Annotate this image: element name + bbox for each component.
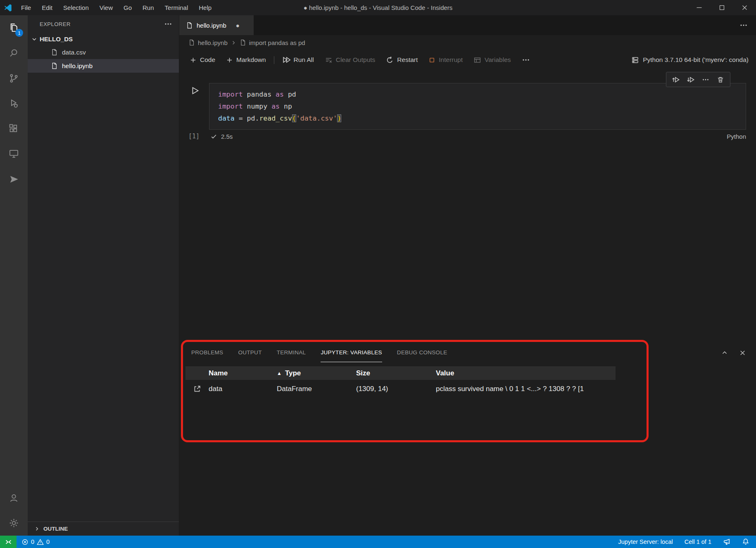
accounts-button[interactable] (0, 485, 28, 510)
column-header-value[interactable]: Value (436, 369, 616, 377)
ellipsis-icon (702, 76, 709, 83)
run-debug-button[interactable] (0, 91, 28, 116)
ellipsis-icon (522, 56, 530, 64)
tab-problems[interactable]: PROBLEMS (191, 343, 223, 362)
search-button[interactable] (0, 40, 28, 66)
run-all-icon (282, 56, 290, 64)
notebook-file-icon (186, 22, 193, 29)
sort-ascending-icon: ▲ (277, 370, 282, 376)
send-arrow-button[interactable] (0, 166, 28, 192)
column-header-name[interactable]: Name (209, 369, 277, 377)
editor-more-actions-icon[interactable] (739, 21, 748, 29)
cell-language-picker[interactable]: Python (727, 133, 746, 140)
kernel-picker[interactable]: Python 3.7.10 64-bit ('myenv': conda) (631, 56, 756, 64)
menu-help[interactable]: Help (193, 0, 217, 15)
cell-more-actions-button[interactable] (698, 74, 713, 85)
folder-hello-ds[interactable]: HELLO_DS (28, 33, 179, 45)
tab-label: hello.ipynb (197, 22, 226, 29)
restart-button[interactable]: Restart (380, 56, 423, 64)
variable-type: DataFrame (277, 385, 356, 393)
menu-file[interactable]: File (16, 0, 36, 15)
interrupt-button[interactable]: Interrupt (423, 56, 468, 64)
tab-dirty-indicator[interactable]: ● (236, 22, 240, 29)
problems-status[interactable]: 0 0 (17, 539, 55, 546)
notebook-toolbar: Code Markdown Run All Clear Outputs Res (179, 50, 756, 70)
variable-value: pclass survived name \ 0 1 1 <...> ? 130… (436, 385, 616, 393)
tab-output[interactable]: OUTPUT (238, 343, 262, 362)
minimize-button[interactable] (688, 0, 711, 15)
panel-tab-bar: PROBLEMS OUTPUT TERMINAL JUPYTER: VARIAB… (179, 343, 756, 362)
cell-status-bar: 2.5s Python (209, 130, 746, 143)
branch-icon (8, 73, 19, 84)
run-cell-button[interactable] (190, 86, 200, 95)
outline-section-header[interactable]: OUTLINE (28, 522, 179, 536)
restart-icon (386, 56, 394, 64)
debug-icon (8, 98, 19, 109)
menu-terminal[interactable]: Terminal (159, 0, 194, 15)
run-below-button[interactable] (683, 74, 698, 85)
delete-cell-button[interactable] (713, 74, 728, 85)
remote-indicator[interactable] (0, 536, 17, 548)
tab-hello-ipynb[interactable]: hello.ipynb ● (179, 15, 254, 35)
file-item-hello-ipynb[interactable]: hello.ipynb (28, 59, 179, 73)
breadcrumb-file[interactable]: hello.ipynb (188, 39, 228, 46)
source-control-button[interactable] (0, 66, 28, 91)
toolbar-more-actions-button[interactable] (516, 56, 535, 64)
menu-go[interactable]: Go (118, 0, 137, 15)
column-header-size[interactable]: Size (356, 369, 436, 377)
file-name: hello.ipynb (62, 62, 93, 70)
variables-button[interactable]: Variables (468, 56, 516, 64)
close-button[interactable] (733, 0, 756, 15)
explorer-sidebar: EXPLORER HELLO_DS data.csv hello.ipynb O… (28, 15, 179, 536)
open-variable-icon[interactable] (193, 385, 201, 393)
maximize-panel-chevron-up-icon[interactable] (721, 349, 728, 356)
menu-edit[interactable]: Edit (36, 0, 58, 15)
menu-view[interactable]: View (94, 0, 118, 15)
chevron-down-icon (31, 36, 38, 43)
kernel-icon (631, 56, 639, 64)
variable-row-data[interactable]: data DataFrame (1309, 14) pclass survive… (185, 380, 616, 398)
notifications-bell-icon[interactable] (742, 538, 749, 546)
remote-explorer-button[interactable] (0, 141, 28, 166)
menu-selection[interactable]: Selection (58, 0, 94, 15)
cell-position-status[interactable]: Cell 1 of 1 (685, 539, 711, 545)
tab-terminal[interactable]: TERMINAL (277, 343, 306, 362)
run-below-icon (687, 76, 695, 84)
file-icon (188, 39, 195, 46)
run-above-icon (672, 76, 680, 84)
feedback-megaphone-icon[interactable] (723, 538, 730, 546)
variables-table-header: Name ▲ Type Size Value (185, 366, 616, 380)
notebook-cell: [1] import pandas as pdimport numpy as n… (179, 83, 756, 143)
close-panel-icon[interactable] (739, 349, 746, 356)
sidebar-more-actions-icon[interactable] (164, 20, 172, 28)
notebook-file-icon (51, 62, 58, 69)
tab-debug-console[interactable]: DEBUG CONSOLE (397, 343, 447, 362)
breadcrumb-symbol[interactable]: import pandas as pd (240, 39, 305, 46)
code-cell-editor[interactable]: import pandas as pdimport numpy as npdat… (209, 83, 746, 130)
add-markdown-button[interactable]: Markdown (221, 56, 271, 64)
jupyter-server-status[interactable]: Jupyter Server: local (618, 539, 673, 545)
maximize-button[interactable] (711, 0, 733, 15)
add-code-button[interactable]: Code (184, 56, 221, 64)
interrupt-icon (428, 57, 435, 64)
breadcrumb: hello.ipynb import pandas as pd (179, 35, 756, 50)
settings-button[interactable] (0, 510, 28, 536)
bottom-panel: PROBLEMS OUTPUT TERMINAL JUPYTER: VARIAB… (179, 343, 756, 536)
clear-outputs-button[interactable]: Clear Outputs (319, 56, 381, 64)
tab-jupyter-variables[interactable]: JUPYTER: VARIABLES (321, 343, 382, 362)
activity-bar: 1 (0, 15, 28, 536)
cell-toolbar (666, 72, 730, 87)
plus-icon (190, 57, 197, 64)
run-all-button[interactable]: Run All (277, 56, 319, 64)
editor-area: hello.ipynb ● hello.ipynb import pandas … (179, 15, 756, 536)
menu-bar: File Edit Selection View Go Run Terminal… (16, 0, 217, 15)
file-item-data-csv[interactable]: data.csv (28, 45, 179, 59)
warning-icon (37, 539, 44, 546)
error-count: 0 (31, 539, 34, 545)
run-above-button[interactable] (668, 74, 683, 85)
extensions-button[interactable] (0, 116, 28, 141)
menu-run[interactable]: Run (137, 0, 159, 15)
success-check-icon (210, 133, 217, 140)
column-header-type[interactable]: ▲ Type (277, 369, 356, 377)
explorer-button[interactable]: 1 (0, 15, 28, 40)
